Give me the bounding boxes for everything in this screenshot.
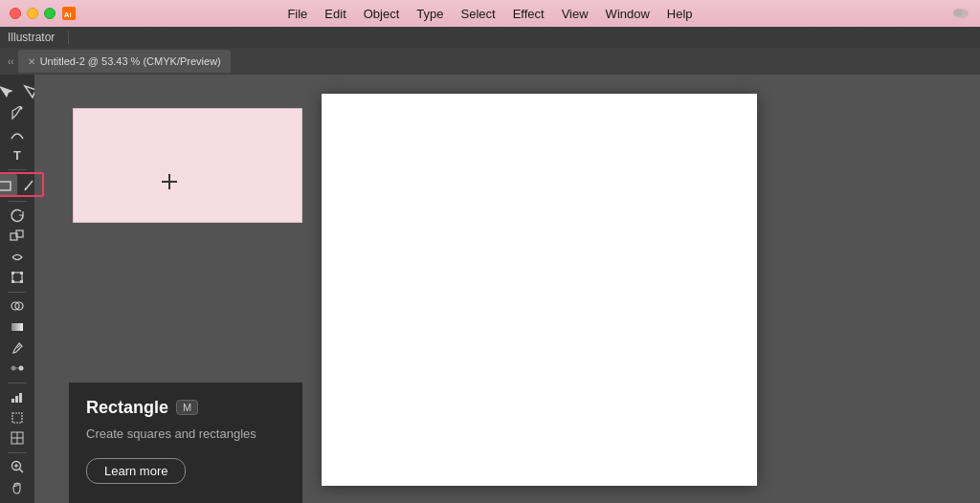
slice-tool[interactable]: [5, 428, 30, 448]
menu-edit[interactable]: Edit: [317, 5, 353, 23]
hand-tool[interactable]: [5, 477, 30, 497]
menu-help[interactable]: Help: [659, 5, 701, 23]
rotate-tool[interactable]: [5, 206, 30, 226]
svg-point-18: [11, 366, 16, 371]
svg-line-29: [20, 469, 24, 472]
tab-bar: ‹‹ ✕ Untitled-2 @ 53.43 % (CMYK/Preview): [0, 48, 980, 75]
select-tool[interactable]: [0, 80, 17, 103]
svg-rect-22: [15, 396, 18, 403]
tooltip-panel: Rectangle M Create squares and rectangle…: [69, 383, 302, 503]
svg-point-19: [19, 366, 24, 371]
svg-rect-21: [11, 399, 14, 403]
scale-tool[interactable]: [5, 227, 30, 247]
menu-view[interactable]: View: [554, 5, 596, 23]
svg-rect-13: [20, 280, 23, 283]
menu-bar: File Edit Object Type Select Effect View…: [279, 5, 700, 23]
artboard-tool[interactable]: [5, 407, 30, 427]
svg-rect-5: [0, 182, 11, 190]
rectangle-tool[interactable]: [0, 174, 17, 197]
curvature-tool[interactable]: [5, 125, 30, 145]
svg-line-6: [25, 181, 33, 190]
menu-window[interactable]: Window: [598, 5, 657, 23]
crosshair-cursor: [162, 174, 177, 189]
menu-select[interactable]: Select: [454, 5, 503, 23]
canvas-area: Rectangle M Create squares and rectangle…: [34, 75, 980, 503]
chart-tool[interactable]: [5, 387, 30, 407]
tooltip-title-row: Rectangle M: [86, 398, 285, 418]
separator-2: [8, 201, 27, 202]
tab-title: Untitled-2 @ 53.43 % (CMYK/Preview): [40, 55, 221, 67]
svg-rect-11: [20, 272, 23, 274]
pen-tool[interactable]: [5, 104, 30, 124]
separator: [68, 31, 69, 44]
blend-tool[interactable]: [5, 359, 30, 379]
shape-builder-tool[interactable]: [5, 296, 30, 317]
app-icon: Ai: [61, 6, 77, 21]
maximize-button[interactable]: [44, 8, 56, 19]
type-tool[interactable]: T: [5, 145, 30, 165]
learn-more-button[interactable]: Learn more: [86, 458, 186, 484]
tooltip-description: Create squares and rectangles: [86, 426, 285, 443]
svg-rect-16: [11, 323, 23, 331]
tooltip-title: Rectangle: [86, 398, 168, 418]
menu-effect[interactable]: Effect: [505, 5, 552, 23]
svg-rect-10: [11, 272, 14, 274]
svg-rect-23: [19, 393, 22, 403]
separator-5: [8, 452, 27, 453]
left-toolbar: T: [0, 75, 34, 503]
document-canvas: [322, 94, 757, 486]
app-name-label: Illustrator: [8, 31, 55, 44]
main-area: T: [0, 75, 980, 503]
menu-type[interactable]: Type: [409, 5, 451, 23]
svg-text:Ai: Ai: [64, 11, 72, 19]
free-transform-tool[interactable]: [5, 268, 30, 288]
tab-list-arrow[interactable]: ‹‹: [4, 56, 18, 67]
document-tab[interactable]: ✕ Untitled-2 @ 53.43 % (CMYK/Preview): [18, 50, 231, 73]
menu-object[interactable]: Object: [356, 5, 408, 23]
zoom-tool[interactable]: [5, 457, 30, 477]
app-menu-bar: Illustrator: [0, 27, 980, 48]
warp-tool[interactable]: [5, 247, 30, 267]
title-bar: Ai File Edit Object Type Select Effect V…: [0, 0, 980, 27]
cloud-icon: [951, 2, 970, 21]
close-button[interactable]: [10, 8, 21, 19]
tab-close-btn[interactable]: ✕: [28, 56, 35, 67]
svg-point-3: [953, 9, 963, 16]
eyedropper-tool[interactable]: [5, 338, 30, 358]
tooltip-shortcut: M: [176, 400, 198, 415]
drawing-preview: [73, 108, 302, 223]
separator-1: [8, 169, 27, 170]
traffic-lights: [10, 8, 56, 19]
svg-rect-24: [12, 413, 22, 423]
gradient-tool[interactable]: [5, 317, 30, 337]
separator-4: [8, 383, 27, 383]
separator-3: [8, 292, 27, 293]
minimize-button[interactable]: [27, 8, 38, 19]
svg-point-4: [20, 107, 23, 110]
menu-file[interactable]: File: [279, 5, 315, 23]
svg-rect-12: [11, 280, 14, 283]
